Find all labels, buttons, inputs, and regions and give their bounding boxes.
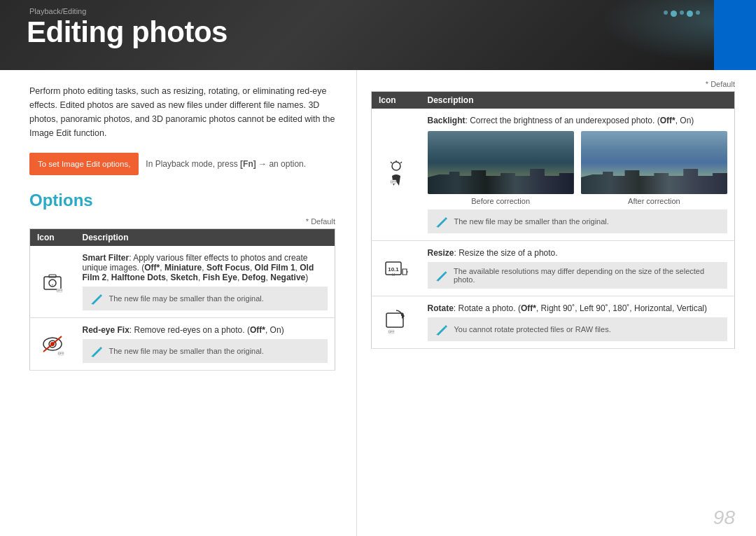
- svg-text:OFF: OFF: [391, 180, 397, 184]
- smart-filter-desc: Smart Filter: Apply various filter effec…: [76, 246, 335, 318]
- options-col-icon: Icon: [30, 229, 76, 247]
- svg-rect-22: [386, 313, 403, 327]
- right-col-icon: Icon: [372, 92, 421, 109]
- svg-text:+: +: [52, 282, 54, 287]
- redeye-icon-cell: OFF: [30, 318, 76, 371]
- backlight-icon-cell: OFF: [372, 109, 421, 241]
- right-column: * Default Icon Description: [357, 70, 756, 536]
- dot-3: [680, 11, 684, 15]
- dot-2: [671, 11, 677, 17]
- redeye-label: Red-eye Fix: [83, 325, 130, 335]
- before-caption: Before correction: [471, 197, 530, 205]
- dot-5: [696, 11, 700, 15]
- svg-line-14: [400, 162, 402, 163]
- table-row: + OFF Smart Filter: Apply various filter…: [30, 246, 335, 318]
- table-row: OFF Rotate: Rotate a photo. (Off*, Right…: [372, 296, 735, 349]
- photo-comparison: Before correction After correction: [428, 131, 728, 205]
- smart-filter-label: Smart Filter: [83, 253, 130, 263]
- right-col-desc: Description: [421, 92, 735, 109]
- rotate-label: Rotate: [428, 303, 454, 313]
- after-photo-box: After correction: [581, 131, 727, 205]
- tip-box[interactable]: To set Image Edit options,: [29, 153, 139, 175]
- table-row: 10.1 M Resize: Resize the size of a phot…: [372, 241, 735, 296]
- before-photo-box: Before correction: [428, 131, 574, 205]
- svg-point-12: [392, 162, 400, 170]
- resize-desc: Resize: Resize the size of a photo. The …: [421, 241, 735, 296]
- smart-filter-icon-cell: + OFF: [30, 246, 76, 318]
- note-pen-icon-5: [435, 322, 449, 336]
- table-row: OFF Backlight: Correct the brightness of…: [372, 109, 735, 241]
- svg-text:OFF: OFF: [58, 352, 64, 355]
- rotate-note-text: You cannot rotate protected files or RAW…: [454, 325, 611, 334]
- svg-line-9: [43, 336, 62, 352]
- resize-note: The available resolutions may differ dep…: [428, 262, 728, 289]
- redeye-desc: Red-eye Fix: Remove red-eyes on a photo.…: [76, 318, 335, 371]
- resize-label: Resize: [428, 248, 454, 258]
- svg-text:10.1: 10.1: [388, 266, 399, 273]
- rotate-icon: OFF: [379, 308, 414, 337]
- page-number: 98: [713, 507, 735, 529]
- backlight-off: Off*: [660, 116, 676, 125]
- page-title: Editing photos: [27, 15, 227, 49]
- backlight-note: The new file may be smaller than the ori…: [428, 209, 728, 233]
- before-photo: [428, 131, 574, 194]
- resize-note-text: The available resolutions may differ dep…: [454, 267, 720, 284]
- note-pen-icon-4: [435, 268, 448, 282]
- redeye-note-text: The new file may be smaller than the ori…: [109, 347, 264, 355]
- dot-4: [687, 11, 693, 17]
- svg-text:OFF: OFF: [388, 330, 395, 334]
- options-col-desc: Description: [76, 229, 335, 247]
- table-row: OFF Red-eye Fix: Remove red-eyes on a ph…: [30, 318, 335, 371]
- svg-text:OFF: OFF: [57, 289, 63, 292]
- note-pen-icon: [90, 291, 104, 305]
- redeye-icon: OFF: [37, 332, 69, 356]
- resize-icon: 10.1 M: [379, 255, 414, 282]
- smart-filter-note: The new file may be smaller than the ori…: [83, 287, 328, 310]
- smart-filter-icon: + OFF: [37, 270, 69, 293]
- backlight-icon: OFF: [379, 160, 414, 188]
- tip-row: To set Image Edit options, In Playback m…: [29, 153, 335, 175]
- after-caption: After correction: [628, 197, 680, 205]
- rotate-note: You cannot rotate protected files or RAW…: [428, 317, 728, 341]
- left-column: Perform photo editing tasks, such as res…: [0, 70, 357, 536]
- tip-instruction: In Playback mode, press [Fn] → an option…: [146, 159, 335, 169]
- backlight-desc: Backlight: Correct the brightness of an …: [421, 109, 735, 241]
- right-default-note: * Default: [371, 80, 735, 88]
- options-table: Icon Description +: [29, 228, 335, 371]
- note-pen-icon-2: [90, 344, 104, 358]
- breadcrumb: Playback/Editing: [29, 7, 86, 15]
- smart-filter-note-text: The new file may be smaller than the ori…: [109, 294, 264, 303]
- options-default-note: * Default: [29, 217, 335, 226]
- options-section-title: Options: [29, 191, 335, 210]
- resize-icon-cell: 10.1 M: [372, 241, 421, 296]
- svg-text:M: M: [392, 273, 395, 277]
- smart-filter-off: Off*: [144, 263, 160, 273]
- after-photo: [581, 131, 727, 194]
- rotate-off: Off*: [521, 303, 536, 313]
- main-content: Perform photo editing tasks, such as res…: [0, 70, 756, 536]
- redeye-note: The new file may be smaller than the ori…: [83, 339, 328, 363]
- backlight-note-text: The new file may be smaller than the ori…: [454, 217, 609, 226]
- rotate-desc: Rotate: Rotate a photo. (Off*, Right 90˚…: [421, 296, 735, 349]
- rotate-icon-cell: OFF: [372, 296, 421, 349]
- note-pen-icon-3: [435, 214, 449, 228]
- right-table: Icon Description: [371, 91, 735, 349]
- dot-1: [664, 11, 668, 15]
- intro-text: Perform photo editing tasks, such as res…: [29, 84, 335, 140]
- header-bar: Playback/Editing Editing photos: [0, 0, 756, 70]
- backlight-label: Backlight: [428, 116, 465, 125]
- redeye-off: Off*: [250, 325, 265, 335]
- decorative-dots: [664, 11, 700, 17]
- svg-line-15: [391, 162, 392, 163]
